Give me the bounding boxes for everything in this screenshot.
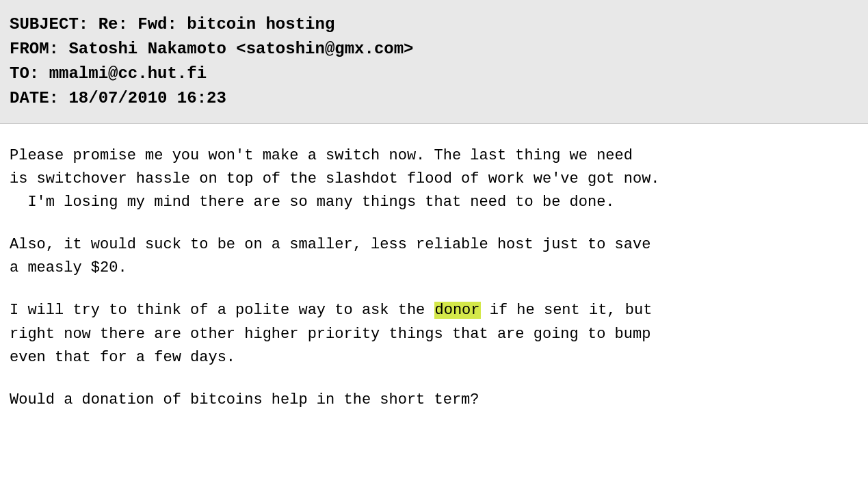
from-label: FROM: <box>10 40 59 58</box>
to-label: TO: <box>10 64 39 83</box>
from-line: FROM: Satoshi Nakamoto <satoshin@gmx.com… <box>10 37 858 62</box>
from-text: Satoshi Nakamoto <satoshin@gmx.com> <box>68 40 413 58</box>
email-body: Please promise me you won't make a switc… <box>0 124 868 452</box>
to-line: TO: mmalmi@cc.hut.fi <box>10 62 858 86</box>
email-header: SUBJECT: Re: Fwd: bitcoin hosting FROM: … <box>0 0 868 124</box>
paragraph-1: Please promise me you won't make a switc… <box>10 144 858 214</box>
subject-label: SUBJECT: <box>10 15 88 34</box>
donor-highlight: donor <box>434 302 481 319</box>
date-line: DATE: 18/07/2010 16:23 <box>10 86 858 111</box>
paragraph-4-text: Would a donation of bitcoins help in the… <box>10 391 479 408</box>
date-text: 18/07/2010 16:23 <box>68 89 226 107</box>
paragraph-2: Also, it would suck to be on a smaller, … <box>10 233 858 280</box>
to-text: mmalmi@cc.hut.fi <box>49 64 207 83</box>
paragraph-3: I will try to think of a polite way to a… <box>10 299 858 369</box>
paragraph-1-text: Please promise me you won't make a switc… <box>10 147 660 211</box>
date-label: DATE: <box>10 89 59 107</box>
paragraph-4: Would a donation of bitcoins help in the… <box>10 389 858 412</box>
subject-text: Re: Fwd: bitcoin hosting <box>98 15 335 34</box>
paragraph-2-text: Also, it would suck to be on a smaller, … <box>10 236 650 276</box>
paragraph-3-pre: I will try to think of a polite way to a… <box>10 302 434 319</box>
subject-line: SUBJECT: Re: Fwd: bitcoin hosting <box>10 12 858 37</box>
